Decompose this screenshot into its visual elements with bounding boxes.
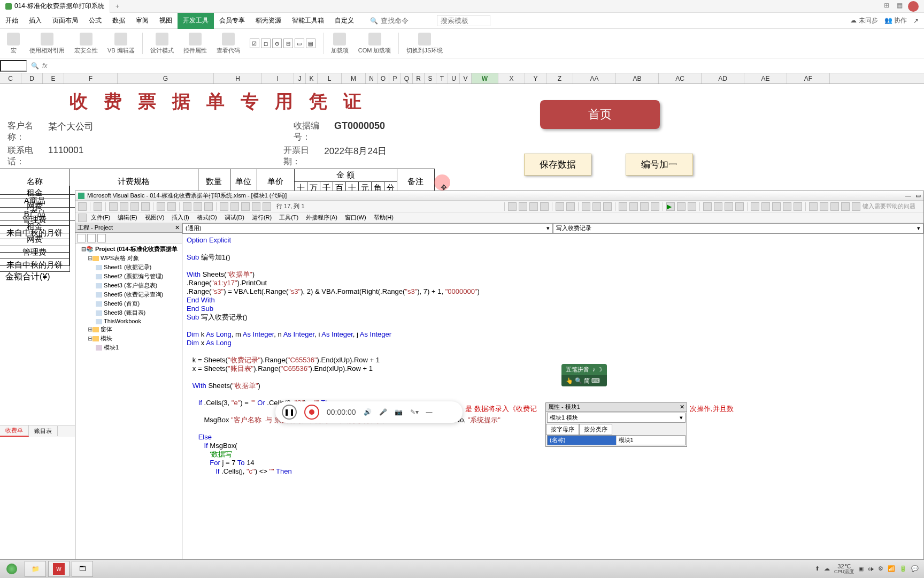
col-header-Y[interactable]: Y: [525, 73, 546, 83]
tool-js-env[interactable]: 切换到JS环境: [402, 30, 447, 57]
col-header-E[interactable]: E: [43, 73, 64, 83]
tb-icon[interactable]: [725, 202, 733, 211]
outdent-icon[interactable]: [566, 202, 575, 211]
view-code-icon[interactable]: [77, 234, 86, 242]
view-object-icon[interactable]: [87, 234, 96, 242]
col-header-AF[interactable]: AF: [787, 73, 830, 83]
col-header-L[interactable]: L: [318, 73, 342, 83]
tb-icon[interactable]: [651, 202, 659, 211]
tb-icon[interactable]: [508, 202, 517, 211]
collab-button[interactable]: 👥 协作: [884, 16, 907, 25]
toolbox-icon[interactable]: [263, 202, 271, 211]
command-search-input[interactable]: [381, 17, 434, 25]
col-header-J[interactable]: J: [294, 73, 306, 83]
browser-icon[interactable]: [252, 202, 260, 211]
tray-icon[interactable]: 🔋: [899, 565, 907, 572]
reset-icon[interactable]: [204, 202, 213, 211]
tb-icon[interactable]: [529, 202, 538, 211]
tb-icon[interactable]: [830, 202, 839, 211]
receipt-no-value[interactable]: GT0000050: [334, 120, 385, 143]
tray-icon[interactable]: ☁: [824, 565, 830, 572]
tb-icon[interactable]: [703, 202, 712, 211]
tool-design-mode[interactable]: 设计模式: [146, 30, 178, 57]
vba-menu-file[interactable]: 文件(F): [88, 214, 113, 222]
ribbon-tab-4[interactable]: 数据: [107, 13, 130, 29]
ribbon-tab-1[interactable]: 插入: [24, 13, 47, 29]
customer-value[interactable]: 某个大公司: [48, 120, 94, 143]
cut-icon[interactable]: [109, 202, 118, 211]
save-data-button[interactable]: 保存数据: [524, 154, 591, 176]
ribbon-tab-5[interactable]: 审阅: [130, 13, 154, 29]
stop-icon[interactable]: [688, 202, 696, 211]
col-header-C[interactable]: C: [0, 73, 21, 83]
tb-icon[interactable]: [619, 202, 627, 211]
col-header-M[interactable]: M: [342, 73, 366, 83]
search-icon[interactable]: 🔍: [31, 62, 39, 70]
object-selector[interactable]: (通用)▾: [182, 223, 553, 233]
props-icon[interactable]: [241, 202, 250, 211]
vba-menu-view[interactable]: 视图(V): [142, 214, 168, 222]
indent-icon[interactable]: [556, 202, 564, 211]
vba-menu-insert[interactable]: 插入(I): [168, 214, 192, 222]
col-header-AB[interactable]: AB: [616, 73, 659, 83]
project-tree[interactable]: ⊟📚 Project (014-标准化收费票据单⊟WPS表格 对象Sheet1 …: [75, 244, 182, 577]
tb-icon[interactable]: [772, 202, 781, 211]
col-header-I[interactable]: I: [262, 73, 294, 83]
close-icon[interactable]: ✕: [175, 224, 180, 231]
tb-icon[interactable]: [582, 202, 590, 211]
col-header-AA[interactable]: AA: [573, 73, 616, 83]
find-icon[interactable]: [141, 202, 150, 211]
start-button[interactable]: [1, 561, 22, 577]
props-tab-category[interactable]: 按分类序: [579, 424, 612, 435]
tb-icon[interactable]: [852, 202, 860, 211]
col-header-G[interactable]: G: [118, 73, 214, 83]
vba-menu-help[interactable]: 帮助(H): [371, 214, 397, 222]
tray-icon[interactable]: 💬: [911, 565, 919, 572]
col-header-T[interactable]: T: [436, 73, 448, 83]
tray-icon[interactable]: ⬆: [815, 565, 820, 572]
col-header-P[interactable]: P: [389, 73, 401, 83]
ribbon-tab-0[interactable]: 开始: [0, 13, 24, 29]
col-header-AC[interactable]: AC: [659, 73, 702, 83]
phone-value[interactable]: 1110001: [48, 145, 83, 168]
col-header-R[interactable]: R: [413, 73, 425, 83]
run-icon[interactable]: ▶: [666, 202, 675, 211]
explorer-icon[interactable]: [230, 202, 239, 211]
ime-indicator[interactable]: 五笔拼音♪ ☽ 👆 🔍 简 ⌨: [561, 364, 607, 386]
tool-vb-editor[interactable]: VB 编辑器: [103, 30, 139, 57]
col-header-F[interactable]: F: [64, 73, 118, 83]
save-icon[interactable]: [94, 202, 102, 211]
cpu-temp[interactable]: 32℃CPU温度: [834, 563, 854, 575]
tray-icon[interactable]: 🕪: [868, 566, 874, 572]
copy-icon[interactable]: [120, 202, 128, 211]
col-header-K[interactable]: K: [306, 73, 318, 83]
paste-icon[interactable]: [130, 202, 139, 211]
pause-icon[interactable]: [677, 202, 686, 211]
add-tab-button[interactable]: +: [110, 3, 125, 10]
toggle-folders-icon[interactable]: [97, 234, 106, 242]
share-button[interactable]: ↗: [913, 17, 919, 25]
name-box[interactable]: [0, 60, 27, 72]
design-icon[interactable]: [220, 202, 228, 211]
col-header-D[interactable]: D: [21, 73, 43, 83]
tb-icon[interactable]: [629, 202, 638, 211]
col-header-W[interactable]: W: [472, 73, 498, 83]
taskbar-explorer[interactable]: 📁: [25, 561, 46, 577]
col-header-Z[interactable]: Z: [546, 73, 573, 83]
tb-icon[interactable]: [820, 202, 828, 211]
minimize-icon[interactable]: —: [905, 192, 911, 199]
close-icon[interactable]: ✕: [680, 404, 684, 410]
vba-tb-icon[interactable]: [78, 202, 87, 211]
maximize-icon[interactable]: ▭: [915, 192, 921, 199]
tool-com-addins[interactable]: COM 加载项: [354, 30, 396, 57]
ribbon-tab-3[interactable]: 公式: [83, 13, 107, 29]
tool-view-code[interactable]: 查看代码: [212, 30, 244, 57]
undo-icon[interactable]: [157, 202, 165, 211]
increment-button[interactable]: 编号加一: [626, 154, 693, 176]
tool-addins[interactable]: 加载项: [327, 30, 353, 57]
col-header-O[interactable]: O: [378, 73, 389, 83]
ribbon-tab-8[interactable]: 会员专享: [214, 13, 250, 29]
recording-toolbar[interactable]: ❚❚ 00:00:00 🔊 🎤 📷 ✎▾ —: [275, 401, 463, 423]
col-header-H[interactable]: H: [214, 73, 262, 83]
sheet-tab-accounts[interactable]: 账目表: [29, 426, 58, 436]
